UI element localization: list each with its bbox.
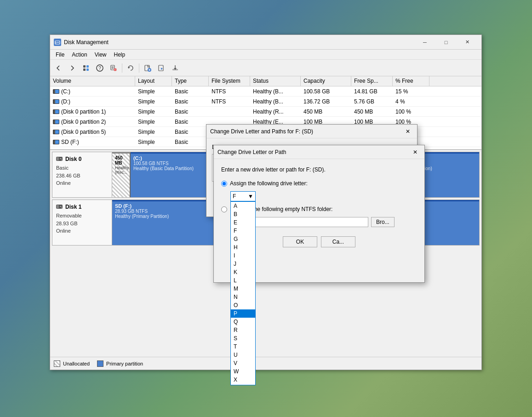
back-button[interactable] xyxy=(52,62,65,74)
svg-rect-5 xyxy=(86,65,89,68)
folder-input-row: Bro... xyxy=(230,217,417,227)
new-button[interactable] xyxy=(141,62,154,74)
import-button[interactable] xyxy=(155,62,168,74)
drive-option-M[interactable]: M xyxy=(231,285,255,293)
table-row[interactable]: (C:) Simple Basic NTFS Healthy (B... 100… xyxy=(50,86,481,97)
disk-0-label: Disk 0 Basic 238.46 GB Online xyxy=(52,152,112,197)
dialog-outer-close-button[interactable]: ✕ xyxy=(402,126,413,137)
svg-rect-4 xyxy=(83,69,86,71)
col-status: Status xyxy=(250,76,301,86)
dialog-outer-title: Change Drive Letter and Paths for F: (SD… xyxy=(210,128,402,135)
col-type: Type xyxy=(172,76,209,86)
drive-option-G[interactable]: G xyxy=(231,235,255,243)
drive-letter-dropdown-row: F ▼ ABEFGHIJKLMNOPQRSTUVWXYZ xyxy=(230,191,417,201)
close-button[interactable]: ✕ xyxy=(457,35,478,50)
dialog-outer-titlebar: Change Drive Letter and Paths for F: (SD… xyxy=(206,125,417,138)
legend-unallocated-label: Unallocated xyxy=(63,361,90,366)
drive-option-Q[interactable]: Q xyxy=(231,318,255,326)
svg-point-31 xyxy=(61,160,62,160)
drive-option-O[interactable]: O xyxy=(231,301,255,309)
dialog-instruction: Enter a new drive letter or path for F: … xyxy=(221,166,417,173)
col-freespace: Free Sp... xyxy=(351,76,393,86)
dialog-inner-body: Enter a new drive letter or path for F: … xyxy=(214,159,424,255)
toolbar-separator-2 xyxy=(139,63,139,73)
drive-option-V[interactable]: V xyxy=(231,359,255,367)
table-row[interactable]: (D:) Simple Basic NTFS Healthy (B... 136… xyxy=(50,97,481,107)
svg-rect-29 xyxy=(57,157,59,160)
legend-area: Unallocated Primary partition xyxy=(50,357,481,370)
svg-rect-30 xyxy=(60,158,62,159)
drive-option-R[interactable]: R xyxy=(231,326,255,334)
drive-option-L[interactable]: L xyxy=(231,276,255,285)
drive-option-N[interactable]: N xyxy=(231,293,255,301)
svg-marker-24 xyxy=(161,68,163,70)
help-button[interactable]: ? xyxy=(93,62,106,74)
drive-letter-selected: F xyxy=(233,193,236,200)
drive-option-B[interactable]: B xyxy=(231,210,255,218)
partition-recovery: 450 MB Healthy (Rec... xyxy=(112,152,131,197)
properties-button[interactable] xyxy=(107,62,120,74)
menu-action[interactable]: Action xyxy=(68,51,91,59)
menu-file[interactable]: File xyxy=(52,51,68,59)
legend-primary: Primary partition xyxy=(97,360,143,367)
radio-assign-letter[interactable] xyxy=(221,181,227,187)
menu-view[interactable]: View xyxy=(91,51,110,59)
drive-option-Y[interactable]: Y xyxy=(231,384,255,385)
col-layout: Layout xyxy=(135,76,172,86)
col-volume: Volume xyxy=(50,76,135,86)
drive-option-X[interactable]: X xyxy=(231,376,255,384)
drive-option-K[interactable]: K xyxy=(231,268,255,276)
svg-rect-34 xyxy=(60,206,62,207)
menu-help[interactable]: Help xyxy=(110,51,129,59)
browse-button[interactable]: Bro... xyxy=(371,217,395,227)
svg-rect-3 xyxy=(83,65,86,68)
drive-option-A[interactable]: A xyxy=(231,202,255,210)
drive-option-H[interactable]: H xyxy=(231,243,255,251)
drive-option-J[interactable]: J xyxy=(231,260,255,268)
dropdown-arrow-icon: ▼ xyxy=(248,193,253,200)
drive-option-S[interactable]: S xyxy=(231,334,255,343)
dialog-inner-cancel-button[interactable]: Ca... xyxy=(321,236,355,247)
table-row[interactable]: (Disk 0 partition 1) Simple Basic Health… xyxy=(50,107,481,117)
drive-option-F[interactable]: F xyxy=(231,227,255,235)
toolbar-separator-1 xyxy=(122,63,122,73)
drive-option-E[interactable]: E xyxy=(231,218,255,227)
export-button[interactable] xyxy=(169,62,182,74)
window-controls: ─ □ ✕ xyxy=(414,35,478,50)
drive-option-I[interactable]: I xyxy=(231,251,255,260)
table-header: Volume Layout Type File System Status Ca… xyxy=(50,76,481,86)
legend-primary-icon xyxy=(97,360,103,367)
drive-option-P[interactable]: P xyxy=(231,309,255,318)
drive-letter-select-btn[interactable]: F ▼ xyxy=(230,191,256,201)
titlebar: Disk Management ─ □ ✕ xyxy=(50,35,481,50)
drive-option-U[interactable]: U xyxy=(231,351,255,359)
dialog-change-drive-letter: Change Drive Letter or Path ✕ Enter a ne… xyxy=(213,145,425,283)
app-icon xyxy=(54,39,61,46)
disk-1-label: Disk 1 Removable 28.93 GB Online xyxy=(52,200,112,245)
dialog-inner-titlebar: Change Drive Letter or Path ✕ xyxy=(214,145,424,159)
svg-rect-6 xyxy=(86,69,89,71)
maximize-button[interactable]: □ xyxy=(435,35,457,50)
dialog-inner-title: Change Drive Letter or Path xyxy=(217,149,410,155)
refresh-button[interactable] xyxy=(124,62,137,74)
svg-rect-33 xyxy=(57,205,59,208)
dialog-inner-close-button[interactable]: ✕ xyxy=(410,147,421,158)
legend-unallocated-icon xyxy=(54,360,60,367)
col-filesystem: File System xyxy=(209,76,250,86)
drive-letter-select[interactable]: F ▼ ABEFGHIJKLMNOPQRSTUVWXYZ xyxy=(230,191,256,201)
dialog-inner-ok-button[interactable]: OK xyxy=(283,236,317,247)
toolbar: ? xyxy=(50,60,481,76)
radio-mount-folder[interactable] xyxy=(221,206,227,212)
up-button[interactable] xyxy=(80,62,92,74)
svg-rect-2 xyxy=(57,42,59,43)
svg-point-35 xyxy=(61,207,62,208)
svg-point-1 xyxy=(56,42,57,43)
minimize-button[interactable]: ─ xyxy=(414,35,435,50)
col-capacity: Capacity xyxy=(301,76,351,86)
forward-button[interactable] xyxy=(66,62,79,74)
drive-option-T[interactable]: T xyxy=(231,343,255,351)
svg-marker-15 xyxy=(128,67,130,69)
radio-assign-letter-row: Assign the following drive letter: xyxy=(221,180,417,187)
drive-letter-dropdown-list[interactable]: ABEFGHIJKLMNOPQRSTUVWXYZ xyxy=(230,201,256,385)
drive-option-W[interactable]: W xyxy=(231,367,255,376)
